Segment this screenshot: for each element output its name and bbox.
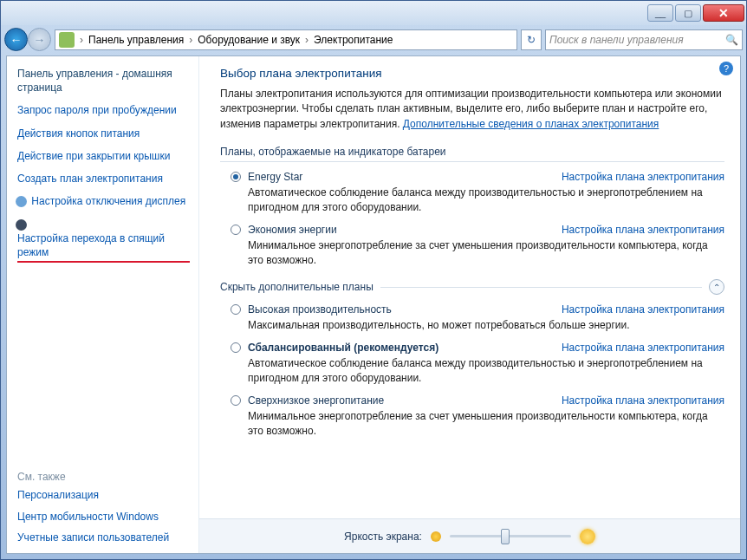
power-plan: Экономия энергии Настройка плана электро… [231, 224, 724, 268]
plan-radio[interactable] [231, 395, 241, 406]
window-frame: __ ▢ ✕ ← → › Панель управления › Оборудо… [0, 0, 747, 560]
intro-paragraph: Планы электропитания используются для оп… [220, 87, 724, 132]
search-input[interactable]: Поиск в панели управления 🔍 [545, 29, 743, 50]
sidebar-home-link[interactable]: Панель управления - домашняя страница [17, 67, 190, 94]
plan-radio[interactable] [231, 172, 241, 182]
sidebar-item-lid-action[interactable]: Действие при закрытии крышки [17, 149, 190, 163]
brightness-label: Яркость экрана: [344, 531, 422, 543]
control-panel-icon [59, 32, 75, 48]
sidebar-item-label: Настройка отключения дисплея [31, 195, 185, 207]
content-frame: Панель управления - домашняя страница За… [6, 55, 741, 554]
sidebar: Панель управления - домашняя страница За… [7, 56, 199, 553]
plan-name: Экономия энергии [248, 224, 337, 236]
sidebar-item-create-plan[interactable]: Создать план электропитания [17, 172, 190, 186]
nav-row: ← → › Панель управления › Оборудование и… [1, 25, 746, 54]
plan-settings-link[interactable]: Настройка плана электропитания [562, 303, 724, 316]
forward-button[interactable]: → [28, 28, 51, 51]
titlebar: __ ▢ ✕ [1, 1, 746, 25]
plan-name: Сверхнизкое энергопитание [248, 394, 384, 407]
brightness-slider[interactable] [450, 535, 571, 537]
chevron-right-icon: › [80, 34, 83, 46]
power-plan: Сбалансированный (рекомендуется) Настрой… [231, 342, 724, 386]
search-placeholder: Поиск в панели управления [549, 34, 684, 46]
moon-icon [16, 219, 27, 231]
plan-settings-link[interactable]: Настройка плана электропитания [562, 224, 724, 236]
refresh-button[interactable]: ↻ [521, 29, 542, 50]
plan-settings-link[interactable]: Настройка плана электропитания [562, 394, 724, 407]
sidebar-item-sleep-settings[interactable]: Настройка перехода в спящий режим [17, 217, 190, 263]
close-button[interactable]: ✕ [703, 4, 744, 22]
see-also-label: См. также [17, 471, 190, 483]
help-icon[interactable]: ? [719, 62, 733, 75]
plan-description: Максимальная производительность, но може… [248, 318, 724, 333]
brightness-high-icon [580, 529, 595, 544]
back-button[interactable]: ← [4, 28, 28, 51]
breadcrumb[interactable]: › Панель управления › Оборудование и зву… [55, 29, 517, 50]
breadcrumb-item[interactable]: Электропитание [312, 34, 394, 46]
sidebar-see-also: См. также Персонализация Центр мобильнос… [17, 471, 190, 544]
collapse-header-extra-plans[interactable]: Скрыть дополнительные планы ⌃ [220, 279, 724, 295]
plan-description: Автоматическое соблюдение баланса между … [248, 356, 724, 386]
plan-description: Минимальное энергопотребление за счет ум… [248, 238, 724, 268]
page-title: Выбор плана электропитания [220, 67, 724, 80]
maximize-button[interactable]: ▢ [675, 4, 701, 22]
brightness-thumb[interactable] [501, 529, 510, 544]
sidebar-item-button-actions[interactable]: Действия кнопок питания [17, 127, 190, 140]
plan-settings-link[interactable]: Настройка плана электропитания [562, 171, 724, 183]
sidebar-link-user-accounts[interactable]: Учетные записи пользователей [17, 531, 190, 544]
breadcrumb-item[interactable]: Панель управления [87, 34, 185, 46]
sidebar-item-display-off[interactable]: Настройка отключения дисплея [17, 194, 190, 208]
plan-settings-link[interactable]: Настройка плана электропитания [562, 342, 724, 354]
divider [380, 287, 702, 288]
power-plan: Высокая производительность Настройка пла… [231, 303, 724, 333]
brightness-bar: Яркость экрана: [199, 518, 740, 553]
sidebar-item-label: Настройка перехода в спящий режим [17, 231, 190, 263]
plan-description: Автоматическое соблюдение баланса между … [248, 186, 724, 215]
main-pane: ? Выбор плана электропитания Планы элект… [199, 56, 740, 553]
nav-arrows: ← → [4, 28, 51, 51]
chevron-up-icon[interactable]: ⌃ [709, 279, 724, 295]
section-heading-battery-plans: Планы, отображаемые на индикаторе батаре… [220, 146, 724, 162]
brightness-low-icon [431, 531, 441, 542]
plan-radio[interactable] [231, 342, 241, 353]
chevron-right-icon: › [189, 34, 192, 46]
minimize-button[interactable]: __ [647, 4, 673, 22]
sidebar-link-personalization[interactable]: Персонализация [17, 488, 190, 502]
plan-name: Energy Star [248, 171, 302, 183]
intro-more-link[interactable]: Дополнительные сведения о планах электро… [403, 118, 659, 130]
power-plan: Сверхнизкое энергопитание Настройка план… [231, 394, 724, 439]
plan-name: Сбалансированный (рекомендуется) [248, 342, 438, 354]
sidebar-item-request-password[interactable]: Запрос пароля при пробуждении [17, 103, 190, 117]
plan-name: Высокая производительность [248, 303, 392, 316]
monitor-icon [16, 196, 27, 207]
sidebar-link-mobility-center[interactable]: Центр мобильности Windows [17, 510, 190, 524]
chevron-right-icon: › [305, 34, 309, 46]
collapse-label: Скрыть дополнительные планы [220, 281, 374, 293]
breadcrumb-item[interactable]: Оборудование и звук [196, 34, 302, 46]
plan-description: Минимальное энергопотребление за счет ум… [248, 409, 724, 439]
power-plan: Energy Star Настройка плана электропитан… [231, 171, 724, 215]
plan-radio[interactable] [231, 225, 241, 235]
plan-radio[interactable] [231, 304, 241, 315]
search-icon: 🔍 [725, 34, 738, 46]
